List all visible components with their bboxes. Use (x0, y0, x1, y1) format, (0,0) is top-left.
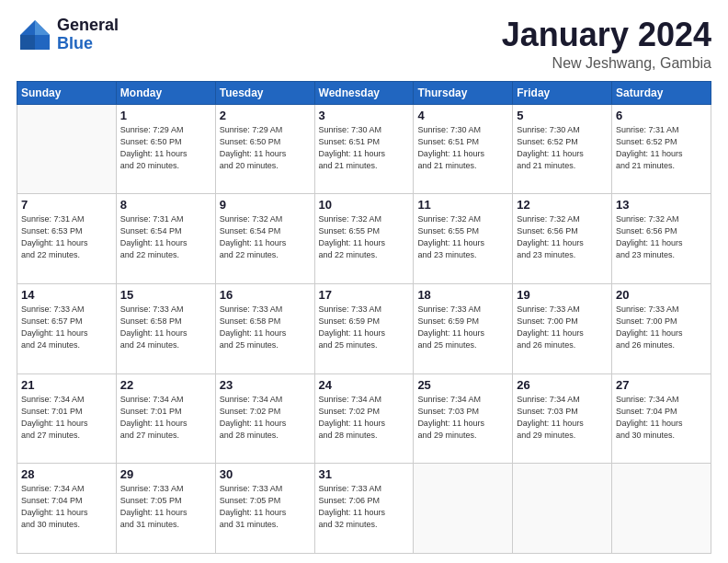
day-number: 19 (517, 288, 608, 302)
calendar-cell: 30Sunrise: 7:33 AM Sunset: 7:05 PM Dayli… (215, 464, 314, 554)
day-info: Sunrise: 7:33 AM Sunset: 7:06 PM Dayligh… (319, 483, 410, 531)
day-info: Sunrise: 7:34 AM Sunset: 7:04 PM Dayligh… (21, 483, 112, 531)
day-info: Sunrise: 7:33 AM Sunset: 7:05 PM Dayligh… (120, 483, 211, 531)
day-number: 31 (319, 467, 410, 481)
calendar-cell: 9Sunrise: 7:32 AM Sunset: 6:54 PM Daylig… (215, 194, 314, 284)
svg-marker-2 (20, 35, 35, 50)
day-number: 16 (220, 288, 311, 302)
svg-marker-1 (35, 20, 50, 35)
day-info: Sunrise: 7:30 AM Sunset: 6:51 PM Dayligh… (319, 124, 410, 172)
calendar-cell: 23Sunrise: 7:34 AM Sunset: 7:02 PM Dayli… (215, 373, 314, 464)
day-info: Sunrise: 7:33 AM Sunset: 7:00 PM Dayligh… (616, 304, 707, 351)
calendar-cell: 5Sunrise: 7:30 AM Sunset: 6:52 PM Daylig… (513, 104, 612, 194)
day-info: Sunrise: 7:31 AM Sunset: 6:54 PM Dayligh… (120, 213, 211, 261)
calendar-header-friday: Friday (513, 81, 612, 104)
calendar-table: SundayMondayTuesdayWednesdayThursdayFrid… (17, 81, 711, 554)
day-info: Sunrise: 7:33 AM Sunset: 6:57 PM Dayligh… (21, 304, 112, 351)
calendar-cell: 21Sunrise: 7:34 AM Sunset: 7:01 PM Dayli… (17, 373, 117, 464)
calendar-header-thursday: Thursday (414, 81, 513, 104)
day-info: Sunrise: 7:32 AM Sunset: 6:56 PM Dayligh… (517, 213, 608, 261)
calendar-cell (414, 464, 513, 554)
day-info: Sunrise: 7:32 AM Sunset: 6:56 PM Dayligh… (616, 213, 707, 261)
day-number: 9 (220, 198, 311, 212)
calendar-cell: 28Sunrise: 7:34 AM Sunset: 7:04 PM Dayli… (17, 464, 117, 554)
day-info: Sunrise: 7:31 AM Sunset: 6:53 PM Dayligh… (21, 213, 112, 261)
day-number: 8 (120, 198, 211, 212)
calendar-cell (612, 464, 711, 554)
day-number: 4 (417, 109, 508, 122)
calendar-cell: 3Sunrise: 7:30 AM Sunset: 6:51 PM Daylig… (314, 104, 414, 194)
day-number: 18 (417, 288, 508, 302)
calendar-cell: 7Sunrise: 7:31 AM Sunset: 6:53 PM Daylig… (17, 194, 117, 284)
calendar-cell: 22Sunrise: 7:34 AM Sunset: 7:01 PM Dayli… (116, 373, 215, 464)
day-number: 24 (319, 378, 410, 392)
page: General Blue January 2024 New Jeshwang, … (0, 0, 728, 563)
day-info: Sunrise: 7:34 AM Sunset: 7:02 PM Dayligh… (319, 394, 410, 442)
logo-general-text: General (57, 17, 119, 35)
calendar-cell: 1Sunrise: 7:29 AM Sunset: 6:50 PM Daylig… (116, 104, 215, 194)
logo: General Blue (17, 17, 119, 53)
day-number: 20 (616, 288, 707, 302)
day-number: 29 (120, 467, 211, 481)
calendar-cell: 11Sunrise: 7:32 AM Sunset: 6:55 PM Dayli… (414, 194, 513, 284)
calendar-cell: 15Sunrise: 7:33 AM Sunset: 6:58 PM Dayli… (116, 283, 215, 373)
week-row-1: 7Sunrise: 7:31 AM Sunset: 6:53 PM Daylig… (17, 194, 711, 284)
day-number: 3 (319, 109, 410, 122)
logo-icon (17, 17, 53, 53)
week-row-0: 1Sunrise: 7:29 AM Sunset: 6:50 PM Daylig… (17, 104, 711, 194)
day-info: Sunrise: 7:30 AM Sunset: 6:51 PM Dayligh… (417, 124, 508, 172)
day-info: Sunrise: 7:34 AM Sunset: 7:01 PM Dayligh… (21, 394, 112, 442)
day-info: Sunrise: 7:33 AM Sunset: 7:00 PM Dayligh… (517, 304, 608, 351)
day-info: Sunrise: 7:34 AM Sunset: 7:03 PM Dayligh… (517, 394, 608, 442)
calendar-cell: 17Sunrise: 7:33 AM Sunset: 6:59 PM Dayli… (314, 283, 414, 373)
week-row-4: 28Sunrise: 7:34 AM Sunset: 7:04 PM Dayli… (17, 464, 711, 554)
day-number: 27 (616, 378, 707, 392)
day-number: 1 (120, 109, 211, 122)
day-info: Sunrise: 7:32 AM Sunset: 6:54 PM Dayligh… (220, 213, 311, 261)
title-block: January 2024 New Jeshwang, Gambia (502, 17, 711, 72)
calendar-cell (513, 464, 612, 554)
day-number: 10 (319, 198, 410, 212)
day-info: Sunrise: 7:30 AM Sunset: 6:52 PM Dayligh… (517, 124, 608, 172)
logo-blue-text: Blue (57, 35, 119, 53)
calendar-cell: 10Sunrise: 7:32 AM Sunset: 6:55 PM Dayli… (314, 194, 414, 284)
calendar-cell: 12Sunrise: 7:32 AM Sunset: 6:56 PM Dayli… (513, 194, 612, 284)
day-number: 21 (21, 378, 112, 392)
day-info: Sunrise: 7:32 AM Sunset: 6:55 PM Dayligh… (417, 213, 508, 261)
calendar-cell: 29Sunrise: 7:33 AM Sunset: 7:05 PM Dayli… (116, 464, 215, 554)
day-number: 30 (220, 467, 311, 481)
day-info: Sunrise: 7:34 AM Sunset: 7:02 PM Dayligh… (220, 394, 311, 442)
day-info: Sunrise: 7:33 AM Sunset: 6:59 PM Dayligh… (417, 304, 508, 351)
logo-text: General Blue (57, 17, 119, 53)
day-number: 6 (616, 109, 707, 122)
day-info: Sunrise: 7:31 AM Sunset: 6:52 PM Dayligh… (616, 124, 707, 172)
calendar-cell: 16Sunrise: 7:33 AM Sunset: 6:58 PM Dayli… (215, 283, 314, 373)
day-number: 23 (220, 378, 311, 392)
calendar-cell (17, 104, 117, 194)
calendar-cell: 18Sunrise: 7:33 AM Sunset: 6:59 PM Dayli… (414, 283, 513, 373)
calendar-header-monday: Monday (116, 81, 215, 104)
week-row-3: 21Sunrise: 7:34 AM Sunset: 7:01 PM Dayli… (17, 373, 711, 464)
day-number: 14 (21, 288, 112, 302)
location: New Jeshwang, Gambia (502, 55, 711, 72)
day-info: Sunrise: 7:34 AM Sunset: 7:03 PM Dayligh… (417, 394, 508, 442)
day-number: 2 (220, 109, 311, 122)
calendar-cell: 20Sunrise: 7:33 AM Sunset: 7:00 PM Dayli… (612, 283, 711, 373)
calendar-cell: 13Sunrise: 7:32 AM Sunset: 6:56 PM Dayli… (612, 194, 711, 284)
day-info: Sunrise: 7:29 AM Sunset: 6:50 PM Dayligh… (220, 124, 311, 172)
calendar-cell: 19Sunrise: 7:33 AM Sunset: 7:00 PM Dayli… (513, 283, 612, 373)
day-number: 13 (616, 198, 707, 212)
day-number: 22 (120, 378, 211, 392)
calendar-header-row: SundayMondayTuesdayWednesdayThursdayFrid… (17, 81, 711, 104)
day-info: Sunrise: 7:34 AM Sunset: 7:01 PM Dayligh… (120, 394, 211, 442)
calendar-cell: 26Sunrise: 7:34 AM Sunset: 7:03 PM Dayli… (513, 373, 612, 464)
month-title: January 2024 (502, 17, 711, 53)
calendar-cell: 24Sunrise: 7:34 AM Sunset: 7:02 PM Dayli… (314, 373, 414, 464)
calendar-cell: 14Sunrise: 7:33 AM Sunset: 6:57 PM Dayli… (17, 283, 117, 373)
calendar-header-tuesday: Tuesday (215, 81, 314, 104)
calendar-header-sunday: Sunday (17, 81, 117, 104)
calendar-cell: 25Sunrise: 7:34 AM Sunset: 7:03 PM Dayli… (414, 373, 513, 464)
day-number: 25 (417, 378, 508, 392)
calendar-cell: 6Sunrise: 7:31 AM Sunset: 6:52 PM Daylig… (612, 104, 711, 194)
svg-marker-3 (35, 35, 50, 50)
